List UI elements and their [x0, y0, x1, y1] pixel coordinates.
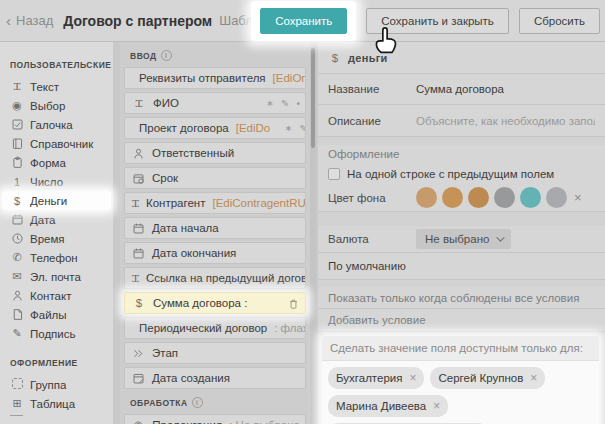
color-swatch[interactable] — [494, 187, 515, 208]
sidebar-item-group[interactable]: Группа — [0, 375, 113, 394]
back-chevron-icon: ‹ — [6, 13, 11, 28]
sidebar-item-label: Текст — [30, 81, 59, 93]
sidebar-item-form[interactable]: Форма — [0, 153, 113, 172]
clear-color-icon[interactable]: × — [572, 190, 584, 205]
sidebar-item-choice[interactable]: ◉ Выбор — [0, 96, 113, 115]
info-icon[interactable]: i — [161, 50, 172, 61]
star-icon[interactable]: ✶ — [284, 123, 292, 134]
field-row-start-date[interactable]: Дата начала — [124, 217, 306, 239]
field-row-previous-contract-link[interactable]: Ɪ Ссылка на предыдущий договор — [124, 267, 306, 289]
save-button[interactable]: Сохранить — [260, 8, 347, 34]
sidebar-item-phone[interactable]: ✆ Телефон — [0, 248, 113, 267]
file-icon — [10, 308, 24, 322]
signature-pen-icon: ✎ — [10, 327, 24, 340]
field-row-term[interactable]: Срок — [124, 167, 306, 189]
color-swatch[interactable] — [520, 187, 541, 208]
mouse-cursor-icon — [372, 27, 398, 57]
text-cursor-icon: Ɪ — [132, 272, 139, 285]
default-value-row[interactable]: По умолчанию — [318, 253, 605, 280]
scrollbar-thumb[interactable] — [311, 48, 315, 148]
access-tag: Сергей Крупнов × — [430, 367, 545, 389]
field-row-creation-date[interactable]: Дата создания — [124, 367, 306, 389]
field-label: Дата создания — [152, 372, 230, 384]
sidebar-item-date[interactable]: Дата — [0, 210, 113, 229]
sidebar-item-table[interactable]: ⊞ Таблица — [0, 394, 113, 413]
currency-label: Валюта — [328, 233, 416, 245]
field-row-periodic-contract[interactable]: Периодический договор : флажк — [124, 317, 306, 339]
tag-label: Марина Дивеева — [336, 400, 426, 412]
field-label: Периодический договор — [139, 322, 267, 334]
name-input[interactable]: Сумма договора — [416, 83, 504, 95]
middle-section-input: ВВОД i — [124, 46, 306, 67]
remove-tag-icon[interactable]: × — [409, 371, 416, 385]
mail-icon: ✉ — [10, 270, 24, 283]
sidebar-item-files[interactable]: Файлы — [0, 305, 113, 324]
field-row-contractor[interactable]: Ɪ Контрагент [EdiContragentRU] — [124, 192, 306, 214]
reset-button[interactable]: Сбросить — [519, 8, 600, 34]
sidebar-item-label: Дата — [30, 214, 55, 226]
color-swatch[interactable] — [416, 187, 437, 208]
currency-value: Не выбрано — [425, 233, 489, 245]
field-row-prolongation[interactable]: ◉ Пролонгация : Не выбрано — [124, 414, 306, 424]
sidebar-item-signature[interactable]: ✎ Подпись — [0, 324, 113, 343]
sidebar-item-label: Группа — [30, 379, 66, 391]
bg-color-label: Цвет фона — [328, 192, 416, 204]
field-label: Пролонгация — [152, 419, 222, 424]
star-icon[interactable]: ✶ — [266, 98, 274, 109]
calendar-clock-icon — [132, 172, 145, 185]
remove-tag-icon[interactable]: × — [530, 371, 537, 385]
sidebar-item-text[interactable]: Ɪ Текст — [0, 77, 113, 96]
add-condition-row[interactable]: Добавить условие — [318, 309, 605, 332]
sidebar-item-label: Галочка — [30, 119, 73, 131]
sidebar-item-label: Подпись — [30, 328, 76, 340]
tag-label: Сергей Крупнов — [438, 372, 523, 384]
calendar-note-icon — [132, 372, 145, 385]
edit-icon[interactable]: ✎ — [300, 123, 306, 134]
text-cursor-icon: Ɪ — [132, 197, 139, 210]
sidebar-item-checkbox[interactable]: Галочка — [0, 115, 113, 134]
field-row-fio[interactable]: Ɪ ФИО ✶ ✎ • — [124, 92, 306, 114]
sidebar-item-label: Эл. почта — [30, 271, 81, 283]
access-tags-input[interactable]: Бухгалтерия × Сергей Крупнов × Марина Ди… — [322, 361, 599, 424]
field-row-sender-details[interactable]: Реквизиты отправителя [EdiOrgС • — [124, 67, 306, 89]
field-row-responsible[interactable]: Ответственный — [124, 142, 306, 164]
clipboard-icon — [10, 156, 24, 170]
field-label: Этап — [152, 347, 178, 359]
field-suffix: : флажк — [274, 322, 306, 334]
field-label: Срок — [152, 172, 178, 184]
sidebar-item-label: Файлы — [30, 309, 67, 321]
color-swatch[interactable] — [442, 187, 463, 208]
show-conditions-row[interactable]: Показать только когда соблюдены все усло… — [318, 287, 605, 309]
field-row-draft-contract[interactable]: Проект договора [EdiDo ✶ ✎ — [124, 117, 306, 139]
appearance-label: Оформление — [328, 148, 399, 160]
sidebar-item-number[interactable]: 1 Число — [0, 172, 113, 191]
back-button[interactable]: ‹ Назад — [6, 13, 53, 28]
sidebar-item-email[interactable]: ✉ Эл. почта — [0, 267, 113, 286]
same-line-checkbox[interactable] — [328, 168, 340, 180]
text-cursor-icon: Ɪ — [132, 97, 146, 110]
currency-dropdown[interactable]: Не выбрано — [416, 229, 511, 249]
sidebar-item-label: Число — [30, 176, 63, 188]
trash-icon[interactable] — [287, 297, 300, 310]
field-row-end-date[interactable]: Дата окончания — [124, 242, 306, 264]
sidebar-item-money[interactable]: $ Деньги — [2, 191, 111, 210]
field-row-stage[interactable]: Этап — [124, 342, 306, 364]
remove-tag-icon[interactable]: × — [433, 399, 440, 413]
description-row: Описание Объясните, как необходимо запол… — [318, 105, 605, 137]
panel-scrollbar[interactable] — [310, 42, 316, 424]
sidebar-item-time[interactable]: Время — [0, 229, 113, 248]
bg-color-row: Цвет фона × — [318, 184, 605, 212]
top-bar: ‹ Назад Договор с партнером Шаблон Сохра… — [0, 0, 605, 42]
sidebar-item-contact[interactable]: Контакт — [0, 286, 113, 305]
color-swatch[interactable] — [468, 187, 489, 208]
sidebar-item-reference[interactable]: Справочник — [0, 134, 113, 153]
chevrons-icon — [132, 347, 145, 360]
field-row-contract-amount[interactable]: $ Сумма договора : — [124, 292, 306, 314]
description-input[interactable]: Объясните, как необходимо заполнять данн… — [416, 115, 595, 127]
back-label: Назад — [16, 13, 53, 28]
person-icon — [132, 147, 145, 160]
color-swatch[interactable] — [546, 187, 567, 208]
edit-icon[interactable]: ✎ — [281, 98, 289, 109]
clipped-sidebar-item — [10, 415, 23, 419]
info-icon[interactable]: i — [192, 397, 203, 408]
